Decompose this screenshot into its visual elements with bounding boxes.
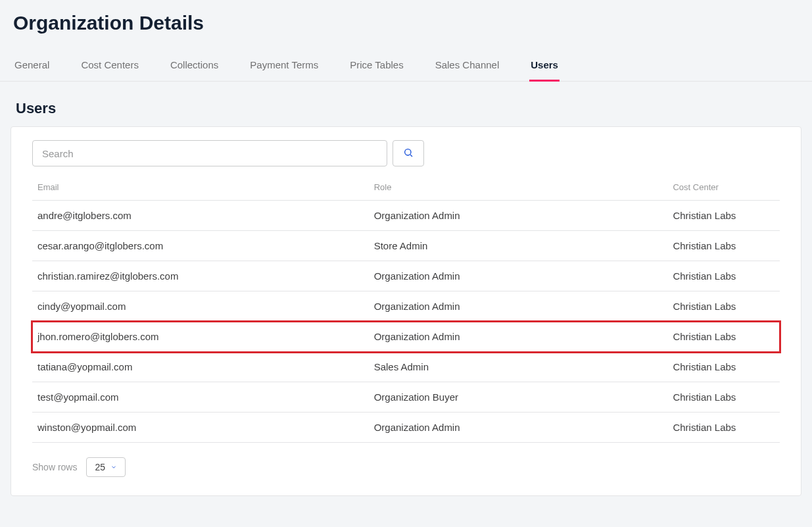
cell-email: cindy@yopmail.com [32, 291, 369, 322]
table-row[interactable]: jhon.romero@itglobers.comOrganization Ad… [32, 322, 780, 352]
cell-email: test@yopmail.com [32, 382, 369, 413]
tab-sales-channel[interactable]: Sales Channel [434, 53, 501, 82]
table-row[interactable]: winston@yopmail.comOrganization AdminChr… [32, 413, 780, 443]
cell-role: Organization Admin [369, 201, 668, 231]
tab-users[interactable]: Users [529, 53, 560, 82]
cell-email: cesar.arango@itglobers.com [32, 231, 369, 261]
table-row[interactable]: cesar.arango@itglobers.comStore AdminChr… [32, 231, 780, 261]
tab-general[interactable]: General [13, 53, 51, 82]
pager-label: Show rows [32, 462, 77, 472]
cell-cost_center: Christian Labs [667, 201, 780, 231]
page-size-value: 25 [95, 462, 105, 472]
cell-email: andre@itglobers.com [32, 201, 369, 231]
cell-cost_center: Christian Labs [667, 413, 780, 443]
page-size-select[interactable]: 25 [86, 457, 126, 477]
cell-email: tatiana@yopmail.com [32, 352, 369, 382]
section-title: Users [0, 82, 812, 126]
cell-role: Organization Admin [369, 291, 668, 322]
users-table: Email Role Cost Center andre@itglobers.c… [32, 176, 780, 443]
cell-role: Organization Admin [369, 261, 668, 291]
cell-email: winston@yopmail.com [32, 413, 369, 443]
cell-cost_center: Christian Labs [667, 352, 780, 382]
search-icon [403, 147, 414, 160]
pager: Show rows 25 [32, 457, 780, 477]
tab-collections[interactable]: Collections [169, 53, 220, 82]
table-row[interactable]: cindy@yopmail.comOrganization AdminChris… [32, 291, 780, 322]
search-button[interactable] [393, 140, 424, 166]
cell-email: christian.ramirez@itglobers.com [32, 261, 369, 291]
cell-cost_center: Christian Labs [667, 261, 780, 291]
cell-cost_center: Christian Labs [667, 231, 780, 261]
users-card: Email Role Cost Center andre@itglobers.c… [11, 126, 801, 496]
table-row[interactable]: test@yopmail.comOrganization BuyerChrist… [32, 382, 780, 413]
cell-role: Organization Admin [369, 413, 668, 443]
cell-role: Organization Admin [369, 322, 668, 352]
cell-role: Sales Admin [369, 352, 668, 382]
cell-role: Organization Buyer [369, 382, 668, 413]
tabs-nav: GeneralCost CentersCollectionsPayment Te… [0, 53, 812, 82]
svg-line-1 [410, 155, 412, 157]
cell-cost_center: Christian Labs [667, 382, 780, 413]
col-header-role: Role [369, 176, 668, 201]
tab-payment-terms[interactable]: Payment Terms [249, 53, 320, 82]
page-title: Organization Details [0, 0, 812, 46]
cell-cost_center: Christian Labs [667, 322, 780, 352]
tab-price-tables[interactable]: Price Tables [348, 53, 404, 82]
cell-email: jhon.romero@itglobers.com [32, 322, 369, 352]
table-row[interactable]: tatiana@yopmail.comSales AdminChristian … [32, 352, 780, 382]
chevron-down-icon [110, 462, 117, 472]
col-header-cost-center: Cost Center [667, 176, 780, 201]
svg-point-0 [405, 149, 411, 155]
cell-role: Store Admin [369, 231, 668, 261]
table-row[interactable]: christian.ramirez@itglobers.comOrganizat… [32, 261, 780, 291]
table-row[interactable]: andre@itglobers.comOrganization AdminChr… [32, 201, 780, 231]
col-header-email: Email [32, 176, 369, 201]
search-row [32, 140, 780, 166]
search-input[interactable] [32, 140, 387, 166]
cell-cost_center: Christian Labs [667, 291, 780, 322]
tab-cost-centers[interactable]: Cost Centers [80, 53, 140, 82]
